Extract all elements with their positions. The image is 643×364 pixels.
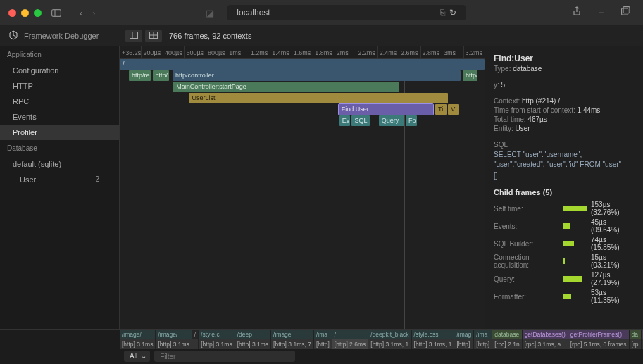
details-title: Find:User [494, 54, 635, 63]
span-http-re[interactable]: http/re [129, 70, 151, 81]
reload-icon[interactable]: ↻ [449, 8, 456, 18]
sidebar: ApplicationConfigurationHTTPRPCEventsPro… [0, 46, 120, 329]
time-ruler[interactable]: +36.2s200µs400µs600µs800µs1ms1.2ms1.4ms1… [120, 46, 485, 59]
url-bar[interactable]: localhost ⎘ ↻ [227, 5, 466, 20]
timeline: +36.2s200µs400µs600µs800µs1ms1.2ms1.4ms1… [120, 46, 485, 329]
tracks[interactable]: /http/rehttp/http/controllerhttp/MainCon… [120, 59, 485, 329]
request-item[interactable]: /style.css[http] 3.1ms, 1 [412, 330, 455, 349]
ruler-tick: 200µs [141, 46, 161, 59]
request-strip[interactable]: /image/[http] 3.1ms/image/[http] 3.1ms//… [0, 330, 643, 349]
request-item[interactable]: getDatabases()[rpc] 3.1ms, a [523, 330, 568, 349]
request-item[interactable]: / [192, 330, 199, 349]
logo-icon [8, 30, 18, 42]
svg-rect-3 [622, 8, 628, 15]
svg-rect-4 [130, 32, 138, 39]
frame-stats: 766 frames, 92 contexts [165, 32, 251, 40]
request-item[interactable]: /deepkit_black[http] 3.1ms, 1 [368, 330, 411, 349]
app-header: Framework Debugger 766 frames, 92 contex… [0, 25, 643, 46]
span-userlist[interactable]: UserList [189, 93, 448, 103]
sidebar-item-events[interactable]: Events [0, 109, 119, 125]
span-v[interactable]: V [448, 104, 459, 115]
request-item[interactable]: /image[http] 3.1ms, 7 [271, 330, 314, 349]
maximize-window-button[interactable] [34, 9, 42, 17]
span-sql[interactable]: SQL [351, 115, 370, 126]
track-row: EvSQLQueryFo [120, 115, 485, 127]
close-window-button[interactable] [8, 9, 16, 17]
sidebar-item-rpc[interactable]: RPC [0, 94, 119, 109]
request-item[interactable]: database[rpc] 2.1n [492, 330, 522, 349]
nav-buttons: ‹ › [75, 6, 100, 20]
span-http-[interactable]: http/ [153, 70, 169, 81]
request-item[interactable]: /deep[http] 3.1ms [235, 330, 271, 349]
minimize-window-button[interactable] [21, 9, 29, 17]
chevron-down-icon: ⌄ [141, 352, 146, 360]
filter-row: All ⌄ [0, 349, 643, 364]
track-row: / [120, 59, 485, 70]
request-item[interactable]: /[http] 2.6ms [332, 330, 368, 349]
child-frame-row: Self time:153µs (32.76%) [494, 201, 635, 216]
span-http-controller[interactable]: http/controller [173, 70, 461, 81]
span-http-[interactable]: http/ [463, 70, 477, 81]
ruler-tick: 1.8ms [313, 46, 332, 59]
request-item[interactable]: /ima[http] [314, 330, 332, 349]
url-text: localhost [237, 8, 270, 18]
ruler-tick: 2ms [335, 46, 349, 59]
ruler-tick: 1.2ms [249, 46, 268, 59]
span--[interactable]: / [120, 59, 485, 70]
main-area: ApplicationConfigurationHTTPRPCEventsPro… [0, 46, 643, 329]
share-icon[interactable] [568, 4, 585, 21]
sidebar-item-profiler[interactable]: Profiler [0, 125, 119, 140]
request-item[interactable]: getProfilerFrames()[rpc] 5.1ms, 0 frames [568, 330, 630, 349]
child-frame-row: Connection acquisition:15µs (03.21%) [494, 253, 635, 269]
ruler-tick: 3.2ms [463, 46, 483, 59]
ruler-tick: 400µs [163, 46, 182, 59]
track-row: MainController:startPage [120, 82, 485, 93]
sidebar-item-http[interactable]: HTTP [0, 78, 119, 94]
shield-icon[interactable]: ◪ [201, 6, 218, 20]
ruler-tick: 2.4ms [377, 46, 397, 59]
filter-type-select[interactable]: All ⌄ [124, 351, 150, 362]
ruler-tick: 1ms [227, 46, 241, 59]
request-item[interactable]: /image/[http] 3.1ms [156, 330, 192, 349]
sidebar-item-default-sqlite-[interactable]: default (sqlite) [0, 156, 119, 172]
ruler-tick: 2.2ms [356, 46, 375, 59]
new-tab-icon[interactable]: ＋ [592, 4, 610, 21]
ruler-tick: 2.8ms [420, 46, 440, 59]
span-maincontroller-startpage[interactable]: MainController:startPage [173, 82, 399, 92]
span-find-user[interactable]: Find:User [339, 104, 434, 115]
request-item[interactable]: /style.c[http] 3.1ms [199, 330, 235, 349]
ruler-tick: 1.4ms [270, 46, 289, 59]
sidebar-section-header: Application [0, 46, 119, 63]
child-frames-title: Child frames (5) [494, 188, 635, 196]
sidebar-subitem-user[interactable]: User2 [0, 172, 119, 187]
view-mode-1-button[interactable] [125, 30, 142, 42]
ruler-tick: 600µs [184, 46, 204, 59]
span-query[interactable]: Query [379, 115, 404, 126]
filter-input[interactable] [154, 351, 295, 362]
svg-rect-2 [623, 7, 630, 13]
span-ev[interactable]: Ev [339, 115, 351, 126]
ruler-tick: 800µs [206, 46, 225, 59]
request-item[interactable]: da[rp [630, 330, 642, 349]
ruler-tick: 2.6ms [399, 46, 418, 59]
tabs-icon[interactable] [617, 4, 635, 21]
app-title: Framework Debugger [24, 32, 99, 40]
view-mode-2-button[interactable] [145, 30, 162, 42]
sql-text: SELECT "user"."username", "user"."create… [494, 150, 635, 170]
sidebar-toggle-icon[interactable] [47, 7, 65, 19]
request-item[interactable]: /imag[http] [454, 330, 474, 349]
forward-button[interactable]: › [88, 6, 99, 20]
span-fo[interactable]: Fo [406, 115, 417, 126]
app-tools: 766 frames, 92 contexts [120, 30, 257, 42]
ruler-tick: +36.2s [120, 46, 141, 59]
child-frame-row: Formatter:53µs (11.35%) [494, 289, 635, 304]
span-ti[interactable]: Ti [435, 104, 447, 115]
reader-icon[interactable]: ⎘ [440, 8, 445, 18]
ruler-tick: 3ms [442, 46, 456, 59]
request-item[interactable]: /image/[http] 3.1ms [120, 330, 156, 349]
ruler-tick: 1.6ms [292, 46, 311, 59]
sidebar-item-configuration[interactable]: Configuration [0, 63, 119, 78]
request-item[interactable]: /ima[http] [474, 330, 492, 349]
back-button[interactable]: ‹ [75, 6, 87, 20]
bottom-panel: /image/[http] 3.1ms/image/[http] 3.1ms//… [0, 329, 643, 364]
